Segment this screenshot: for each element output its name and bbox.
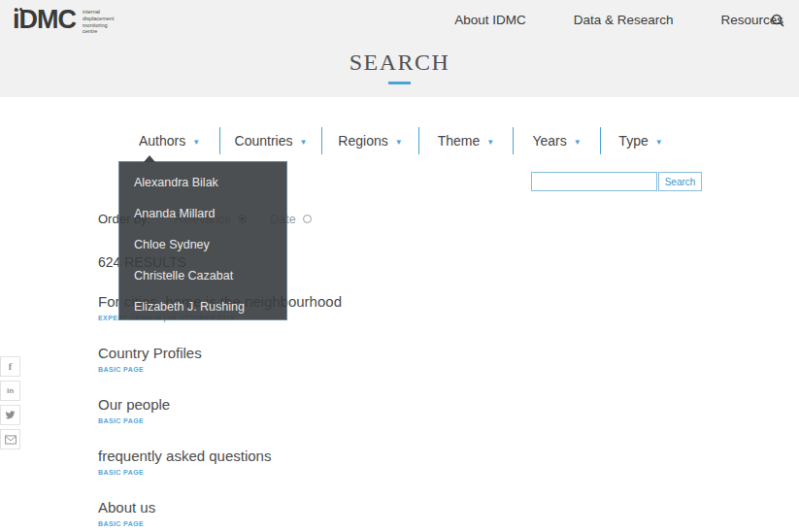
- author-option[interactable]: Ananda Millard: [119, 198, 286, 229]
- search-icon[interactable]: [770, 13, 785, 28]
- result-meta: BASIC PAGE: [98, 417, 603, 424]
- chevron-down-icon: ▼: [486, 138, 494, 147]
- result-title-link[interactable]: Country Profiles: [98, 345, 603, 362]
- result-item: Our people BASIC PAGE: [98, 396, 603, 424]
- result-item: Country Profiles BASIC PAGE: [98, 345, 603, 373]
- result-item: frequently asked questions BASIC PAGE: [98, 448, 603, 476]
- linkedin-icon[interactable]: in: [0, 381, 20, 401]
- result-title-link[interactable]: frequently asked questions: [98, 448, 603, 465]
- filter-tab-label: Theme: [438, 133, 481, 149]
- dropdown-caret: [144, 155, 155, 162]
- search-submit-button[interactable]: Search: [658, 172, 702, 191]
- email-icon[interactable]: [0, 429, 20, 449]
- main-nav: About IDMC Data & Research Resources: [454, 13, 783, 27]
- facebook-icon[interactable]: f: [0, 356, 20, 377]
- filter-tab[interactable]: Years ▼: [513, 127, 600, 154]
- chevron-down-icon: ▼: [395, 138, 403, 147]
- filter-tab[interactable]: Regions ▼: [321, 127, 418, 154]
- radio-button[interactable]: [303, 215, 312, 223]
- author-option[interactable]: Elizabeth J. Rushing: [119, 291, 286, 322]
- filter-tab[interactable]: Authors ▼: [119, 127, 219, 154]
- nav-link[interactable]: About IDMC: [454, 13, 526, 27]
- filter-tab[interactable]: Theme ▼: [418, 127, 513, 154]
- author-option[interactable]: Chloe Sydney: [119, 229, 286, 260]
- logo-text: iDMC: [13, 5, 76, 35]
- result-title-link[interactable]: Our people: [98, 396, 603, 414]
- filter-tab-label: Authors: [139, 133, 185, 149]
- nav-link[interactable]: Data & Research: [574, 13, 674, 27]
- filter-tabs: Authors ▼ Countries ▼ Regions ▼ Theme ▼ …: [119, 126, 681, 154]
- author-option[interactable]: Alexandra Bilak: [119, 167, 286, 198]
- authors-dropdown: Alexandra Bilak Ananda Millard Chloe Syd…: [118, 161, 287, 320]
- filter-tab-label: Type: [618, 133, 648, 149]
- title-underline-accent: [388, 82, 411, 84]
- chevron-down-icon: ▼: [655, 138, 663, 147]
- chevron-down-icon: ▼: [574, 138, 582, 147]
- social-share-rail: f in: [0, 356, 20, 453]
- chevron-down-icon: ▼: [300, 138, 308, 147]
- search-page: iDMC internal displacement monitoring ce…: [0, 0, 799, 532]
- result-title-link[interactable]: About us: [98, 499, 603, 516]
- page-title: SEARCH: [0, 50, 799, 76]
- logo-tagline: internal displacement monitoring centre: [83, 9, 141, 35]
- author-option[interactable]: Christelle Cazabat: [119, 260, 286, 291]
- filter-tab[interactable]: Type ▼: [600, 127, 681, 154]
- filter-tab-label: Regions: [338, 133, 387, 149]
- idmc-logo[interactable]: iDMC internal displacement monitoring ce…: [13, 5, 129, 38]
- result-item: About us BASIC PAGE: [98, 499, 603, 527]
- results-list: For cities, home is the neighbourhood EX…: [98, 293, 603, 532]
- result-meta: BASIC PAGE: [98, 366, 603, 373]
- twitter-icon[interactable]: [0, 405, 20, 425]
- filter-tab-label: Countries: [235, 133, 293, 149]
- filter-tab-label: Years: [532, 133, 566, 149]
- chevron-down-icon: ▼: [192, 138, 200, 147]
- search-input[interactable]: [531, 172, 657, 191]
- filter-tab[interactable]: Countries ▼: [219, 127, 321, 154]
- site-header: iDMC internal displacement monitoring ce…: [0, 0, 799, 97]
- result-meta: BASIC PAGE: [98, 520, 603, 527]
- result-meta: BASIC PAGE: [98, 469, 603, 476]
